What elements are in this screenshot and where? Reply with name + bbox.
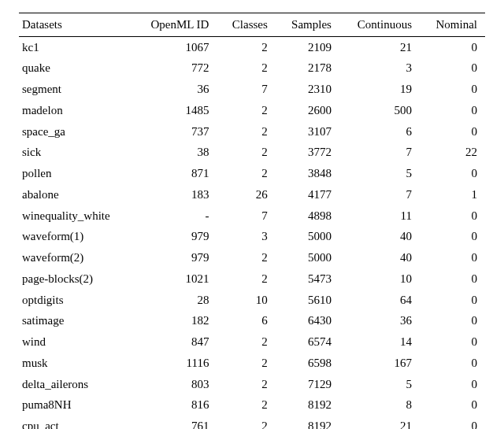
table-cell: 2109 <box>276 37 339 58</box>
table-cell: 36 <box>132 80 217 101</box>
table-cell: kc1 <box>19 37 132 58</box>
table-cell: 0 <box>420 37 485 58</box>
table-cell: 2 <box>217 248 275 269</box>
table-cell: 2 <box>217 353 275 374</box>
table-cell: puma8NH <box>19 395 132 416</box>
table-row: segment3672310190 <box>19 80 485 101</box>
table-row: puma8NH8162819280 <box>19 395 485 416</box>
table-cell: 1116 <box>132 353 217 374</box>
table-cell: 871 <box>132 164 217 185</box>
table-cell: 737 <box>132 121 217 142</box>
table-row: wind84726574140 <box>19 332 485 353</box>
table-cell: 1485 <box>132 100 217 121</box>
table-cell: 21 <box>339 37 420 58</box>
table-row: delta_ailerons8032712950 <box>19 374 485 395</box>
table-row: space_ga7372310760 <box>19 121 485 142</box>
col-header-classes: Classes <box>217 13 275 37</box>
table-cell: 1067 <box>132 37 217 58</box>
table-cell: 1 <box>420 184 485 205</box>
table-cell: 2 <box>217 121 275 142</box>
table-cell: 0 <box>420 395 485 416</box>
table-cell: 2 <box>217 164 275 185</box>
table-cell: 14 <box>339 332 420 353</box>
table-cell: wind <box>19 332 132 353</box>
table-cell: 40 <box>339 248 420 269</box>
table-cell: 11 <box>339 205 420 227</box>
table-cell: 847 <box>132 332 217 353</box>
table-cell: 5 <box>339 164 420 185</box>
table-cell: 0 <box>420 416 485 430</box>
table-body: kc1106722109210quake7722217830segment367… <box>19 37 485 430</box>
table-cell: 4177 <box>276 184 339 205</box>
table-cell: 2 <box>217 395 275 416</box>
table-cell: 816 <box>132 395 217 416</box>
datasets-table: Datasets OpenML ID Classes Samples Conti… <box>19 13 485 429</box>
table-cell: 0 <box>420 311 485 332</box>
table-row: quake7722217830 <box>19 58 485 80</box>
col-header-openml-id: OpenML ID <box>132 13 217 37</box>
table-row: page-blocks(2)102125473100 <box>19 268 485 290</box>
table-row: abalone18326417771 <box>19 184 485 205</box>
table-cell: 761 <box>132 416 217 430</box>
table-cell: 5 <box>339 374 420 395</box>
table-cell: 7 <box>217 80 275 101</box>
col-header-nominal: Nominal <box>420 13 485 37</box>
table-cell: 7 <box>217 205 275 227</box>
table-cell: musk <box>19 353 132 374</box>
table-cell: 3 <box>217 227 275 248</box>
table-cell: 8192 <box>276 416 339 430</box>
table-cell: 19 <box>339 80 420 101</box>
table-cell: 979 <box>132 227 217 248</box>
table-cell: 7 <box>339 184 420 205</box>
table-row: pollen8712384850 <box>19 164 485 185</box>
table-cell: waveform(1) <box>19 227 132 248</box>
table-cell: 40 <box>339 227 420 248</box>
table-cell: 3 <box>339 58 420 80</box>
col-header-datasets: Datasets <box>19 13 132 37</box>
table-cell: 5610 <box>276 290 339 311</box>
table-cell: segment <box>19 80 132 101</box>
table-cell: 2 <box>217 332 275 353</box>
table-cell: 6574 <box>276 332 339 353</box>
table-cell: 6 <box>339 121 420 142</box>
table-cell: 182 <box>132 311 217 332</box>
table-cell: 2600 <box>276 100 339 121</box>
table-cell: 5473 <box>276 268 339 290</box>
table-cell: waveform(2) <box>19 248 132 269</box>
table-cell: 2310 <box>276 80 339 101</box>
table-row: satimage18266430360 <box>19 311 485 332</box>
table-cell: optdigits <box>19 290 132 311</box>
table-cell: 28 <box>132 290 217 311</box>
table-cell: 2 <box>217 416 275 430</box>
table-cell: 5000 <box>276 248 339 269</box>
table-cell: abalone <box>19 184 132 205</box>
table-cell: 6598 <box>276 353 339 374</box>
table-cell: 0 <box>420 268 485 290</box>
table-cell: - <box>132 205 217 227</box>
table-cell: 0 <box>420 80 485 101</box>
table-cell: 772 <box>132 58 217 80</box>
table-cell: madelon <box>19 100 132 121</box>
table-cell: 22 <box>420 142 485 164</box>
table-cell: 10 <box>217 290 275 311</box>
col-header-samples: Samples <box>276 13 339 37</box>
table-row: cpu_act76128192210 <box>19 416 485 430</box>
table-cell: 0 <box>420 248 485 269</box>
table-cell: 6 <box>217 311 275 332</box>
table-row: musk1116265981670 <box>19 353 485 374</box>
table-cell: 0 <box>420 205 485 227</box>
table-cell: 4898 <box>276 205 339 227</box>
table-cell: 6430 <box>276 311 339 332</box>
table-cell: 7129 <box>276 374 339 395</box>
table-cell: 26 <box>217 184 275 205</box>
table-cell: 0 <box>420 290 485 311</box>
table-cell: 2178 <box>276 58 339 80</box>
table-row: optdigits28105610640 <box>19 290 485 311</box>
table-cell: 0 <box>420 100 485 121</box>
col-header-continuous: Continuous <box>339 13 420 37</box>
table-cell: 2 <box>217 100 275 121</box>
table-cell: 64 <box>339 290 420 311</box>
table-cell: 0 <box>420 332 485 353</box>
table-cell: 0 <box>420 227 485 248</box>
table-cell: 0 <box>420 58 485 80</box>
